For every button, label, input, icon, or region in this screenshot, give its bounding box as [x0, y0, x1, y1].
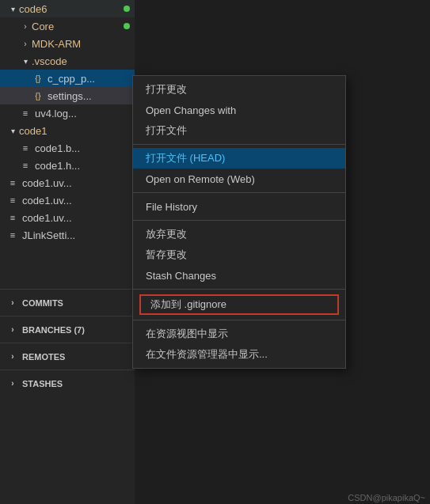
tree-label: uv4.log... [35, 108, 77, 119]
tree-label: MDK-ARM [32, 38, 81, 50]
section-label: COMMITS [22, 298, 63, 308]
menu-separator [133, 320, 345, 320]
section-label: REMOTES [22, 352, 65, 362]
chevron-right-icon: › [6, 377, 19, 390]
section-remotes[interactable]: › REMOTES [0, 343, 135, 369]
menu-label: Open on Remote (Web) [146, 173, 255, 185]
menu-label: 在资源视图中显示 [146, 327, 228, 341]
menu-item-file-history[interactable]: File History [133, 196, 345, 217]
tree-item-settings[interactable]: {} settings... [0, 87, 135, 104]
status-dot [124, 23, 130, 29]
tree-item-code1uv3[interactable]: ≡ code1.uv... [0, 209, 135, 226]
section-stashes[interactable]: › STASHES [0, 369, 135, 396]
chevron-right-icon: › [6, 351, 19, 363]
file-icon: ≡ [6, 194, 19, 207]
menu-item-open-changes[interactable]: 打开更改 [133, 79, 345, 100]
tree-label: JLinkSetti... [22, 229, 75, 241]
chevron-right-icon: › [6, 324, 19, 336]
menu-item-gitignore[interactable]: 添加到 .gitignore [139, 294, 339, 315]
chevron-down-icon: ▾ [6, 2, 19, 15]
section-label: BRANCHES (7) [22, 325, 85, 335]
menu-label: Stash Changes [146, 270, 216, 282]
menu-separator [133, 220, 345, 221]
tree-label: code1.h... [35, 160, 80, 172]
tree-item-code1uv1[interactable]: ≡ code1.uv... [0, 174, 135, 191]
tree-item-vscode[interactable]: ▾ .vscode [0, 52, 135, 70]
menu-separator [133, 192, 345, 193]
file-icon: ≡ [19, 159, 32, 172]
watermark: CSDN@pikapikaQ~ [348, 493, 425, 502]
chevron-right-icon: › [19, 37, 32, 50]
menu-item-stash-zh[interactable]: 暂存更改 [133, 244, 345, 265]
menu-item-open-remote[interactable]: Open on Remote (Web) [133, 169, 345, 189]
tree-item-jlink[interactable]: ≡ JLinkSetti... [0, 226, 135, 244]
chevron-down-icon: ▾ [19, 55, 32, 67]
tree-label: code1.uv... [22, 212, 72, 224]
menu-item-open-changes-with[interactable]: Open Changes with [133, 100, 345, 120]
tree-label: code1.uv... [22, 177, 72, 189]
tree-item-c-cpp[interactable]: {} c_cpp_p... [0, 70, 135, 87]
section-branches[interactable]: › BRANCHES (7) [0, 316, 135, 343]
tree-item-core[interactable]: › Core [0, 17, 135, 35]
menu-label: 打开文件 (HEAD) [146, 151, 225, 165]
tree-item-mdk-arm[interactable]: › MDK-ARM [0, 35, 135, 52]
menu-item-show-explorer[interactable]: 在资源视图中显示 [133, 324, 345, 344]
chevron-right-icon: › [6, 297, 19, 309]
tree-label: settings... [48, 90, 92, 102]
tree-label: code1.b... [35, 142, 80, 154]
menu-item-stash-en[interactable]: Stash Changes [133, 265, 345, 286]
menu-separator [133, 289, 345, 290]
menu-label: File History [146, 201, 197, 213]
menu-label: 添加到 .gitignore [150, 297, 226, 312]
chevron-down-icon: ▾ [6, 124, 19, 137]
file-icon: ≡ [6, 176, 19, 189]
context-menu: 打开更改 Open Changes with 打开文件 打开文件 (HEAD) … [132, 75, 346, 369]
tree-item-code1[interactable]: ▾ code1 [0, 122, 135, 139]
json-file-icon: {} [32, 72, 44, 85]
menu-label: 打开更改 [146, 82, 187, 97]
tree-item-uv4log[interactable]: ≡ uv4.log... [0, 104, 135, 122]
tree-label: Core [32, 21, 54, 32]
file-icon: ≡ [6, 229, 19, 241]
tree-label: .vscode [32, 55, 67, 67]
file-icon: ≡ [19, 142, 32, 154]
chevron-right-icon: › [19, 20, 32, 32]
sidebar: ▾ code6 › Core › MDK-ARM ▾ .vscode {} c_… [0, 0, 135, 504]
menu-item-show-file-explorer[interactable]: 在文件资源管理器中显示... [133, 344, 345, 365]
section-commits[interactable]: › COMMITS [0, 289, 135, 316]
status-dot [124, 6, 130, 12]
tree-item-code1b[interactable]: ≡ code1.b... [0, 139, 135, 157]
menu-label: Open Changes with [146, 104, 236, 116]
menu-separator [133, 144, 345, 145]
menu-item-open-file[interactable]: 打开文件 [133, 120, 345, 141]
menu-item-discard[interactable]: 放弃更改 [133, 224, 345, 244]
file-icon: ≡ [6, 211, 19, 224]
menu-label: 打开文件 [146, 123, 187, 138]
tree-label: code1.uv... [22, 195, 72, 207]
tree-label: c_cpp_p... [48, 73, 95, 85]
section-label: STASHES [22, 379, 63, 388]
menu-label: 放弃更改 [146, 227, 187, 241]
menu-item-open-file-head[interactable]: 打开文件 (HEAD) [133, 148, 345, 169]
tree-item-code1h[interactable]: ≡ code1.h... [0, 157, 135, 174]
tree-item-code1uv2[interactable]: ≡ code1.uv... [0, 191, 135, 209]
tree-label: code6 [19, 3, 47, 15]
file-icon: ≡ [19, 107, 32, 119]
menu-label: 暂存更改 [146, 248, 187, 262]
tree-label: code1 [19, 125, 47, 137]
json-file-icon: {} [32, 89, 44, 102]
menu-label: 在文件资源管理器中显示... [146, 347, 268, 362]
tree-item-code6[interactable]: ▾ code6 [0, 0, 135, 17]
